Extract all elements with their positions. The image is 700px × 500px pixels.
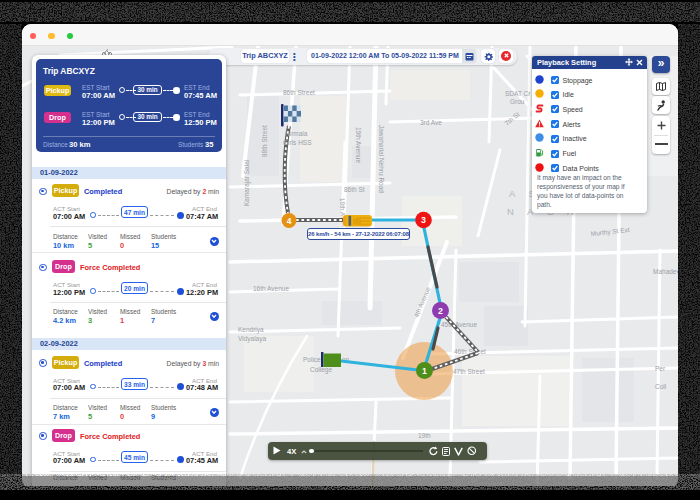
svg-text:Kendriya: Kendriya <box>238 326 264 334</box>
svg-text:45th Avenue: 45th Avenue <box>441 321 477 328</box>
svg-text:3rd Ave: 3rd Ave <box>420 119 442 126</box>
svg-text:Grou: Grou <box>510 98 525 105</box>
svg-text:3: 3 <box>421 215 426 225</box>
svg-text:Nirmala: Nirmala <box>285 130 308 137</box>
svg-text:1: 1 <box>422 366 427 376</box>
svg-text:2: 2 <box>438 306 443 316</box>
svg-text:Per: Per <box>655 365 666 372</box>
svg-text:Kamarajar Salai: Kamarajar Salai <box>243 160 251 206</box>
svg-text:SDAT Cr: SDAT Cr <box>505 90 531 97</box>
svg-text:86th St: 86th St <box>344 186 365 193</box>
svg-text:19th Avenue: 19th Avenue <box>355 127 362 163</box>
svg-text:86th Street: 86th Street <box>283 89 315 96</box>
svg-text:4: 4 <box>287 216 292 226</box>
svg-text:16th Avenue: 16th Avenue <box>253 285 289 292</box>
svg-text:47th Street: 47th Street <box>453 368 485 375</box>
svg-text:Jawaharlal Nehru Road: Jawaharlal Nehru Road <box>378 125 385 193</box>
svg-text:88th Street: 88th Street <box>261 125 268 157</box>
svg-text:Girls HSS: Girls HSS <box>283 139 312 146</box>
svg-text:Mahadev: Mahadev <box>653 268 678 275</box>
svg-text:19th: 19th <box>418 432 431 439</box>
svg-text:Police: Police <box>303 356 321 363</box>
svg-text:College: College <box>310 366 332 374</box>
svg-text:Vidyalaya: Vidyalaya <box>238 335 266 343</box>
svg-text:Coll: Coll <box>655 383 667 390</box>
